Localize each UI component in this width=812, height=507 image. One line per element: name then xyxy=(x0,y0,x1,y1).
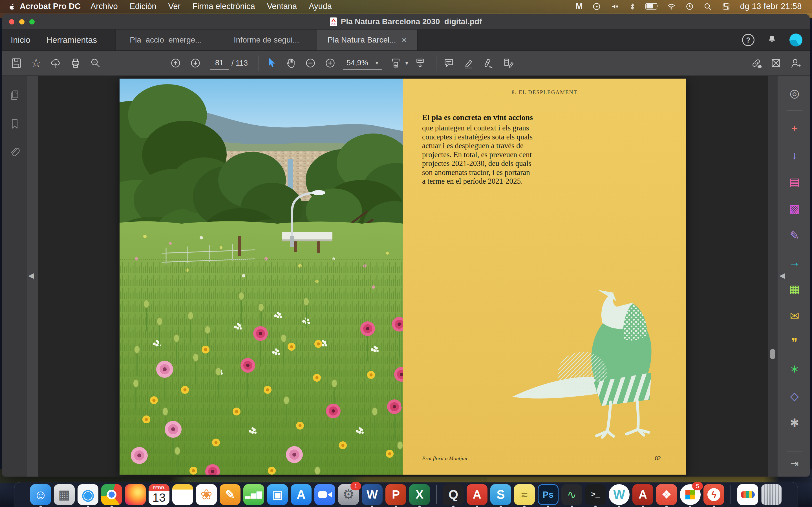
tool-enhance-scans-icon[interactable]: ✶ xyxy=(785,356,804,383)
dock-quicktime[interactable]: Q xyxy=(443,484,464,505)
stickies-icon[interactable]: ≈ xyxy=(514,484,535,505)
dock-numbers[interactable]: ▂▅▇ xyxy=(243,484,264,505)
notes-icon[interactable] xyxy=(172,484,193,505)
search-button[interactable] xyxy=(89,56,102,70)
scrolling-mode-button[interactable] xyxy=(413,56,427,70)
menu-ayuda[interactable]: Ayuda xyxy=(303,2,338,11)
collapse-left-panel-icon[interactable]: ◀ xyxy=(28,271,34,280)
dock-zoom[interactable] xyxy=(314,484,335,505)
fit-width-button[interactable] xyxy=(389,56,403,70)
launchpad-icon[interactable]: ▦ xyxy=(54,484,75,505)
dock-trash[interactable] xyxy=(761,484,782,505)
dock-ms-autoupdate[interactable]: 5 xyxy=(680,484,701,505)
dock-excel[interactable]: X xyxy=(409,484,430,505)
document-canvas[interactable]: 8. EL DESPLEGAMENT El pla es concreta en… xyxy=(38,76,768,476)
dock-powerpoint[interactable]: P xyxy=(386,484,406,505)
zoom-icon[interactable] xyxy=(314,484,335,505)
menu-ventana[interactable]: Ventana xyxy=(261,2,303,11)
writefull-icon[interactable]: W xyxy=(609,484,629,505)
tool-more-tools-icon[interactable]: ✱ xyxy=(785,409,804,436)
tool-export-pdf-icon[interactable]: ↓ xyxy=(785,142,804,168)
edit-pdf-tool-button[interactable] xyxy=(501,56,515,70)
dock-minimized-window[interactable] xyxy=(737,484,758,505)
dock-rd-client[interactable]: ❖ xyxy=(656,484,677,505)
dock-activity-monitor[interactable]: ∿ xyxy=(561,484,582,505)
tool-create-pdf-icon[interactable]: + xyxy=(785,115,804,142)
control-center-icon[interactable] xyxy=(721,2,730,11)
menubar-app-name[interactable]: Acrobat Pro DC xyxy=(20,2,81,11)
tool-zoom-tools-icon[interactable]: ◎ xyxy=(785,80,804,107)
tool-send-for-review-icon[interactable]: → xyxy=(785,249,804,276)
acrobat-icon[interactable]: A xyxy=(467,484,488,505)
zoom-out-button[interactable] xyxy=(304,56,317,70)
vertical-scrollbar[interactable] xyxy=(768,76,777,476)
dock-safari[interactable]: ◉ xyxy=(78,484,98,505)
parallels-icon[interactable]: ϟ xyxy=(703,484,724,505)
menu-ver[interactable]: Ver xyxy=(162,2,187,11)
dock-finder[interactable]: ☺ xyxy=(30,484,51,505)
dock-acrobat-classic[interactable]: A xyxy=(632,484,653,505)
tool-request-signatures-icon[interactable]: ✉ xyxy=(785,302,804,329)
save-button[interactable] xyxy=(10,56,23,70)
dock-parallels[interactable]: ϟ xyxy=(703,484,724,505)
time-machine-icon[interactable] xyxy=(686,2,694,11)
dock-stickies[interactable]: ≈ xyxy=(514,484,535,505)
minimize-window-button[interactable] xyxy=(19,19,24,24)
comment-tool-button[interactable] xyxy=(442,56,456,70)
dock-notes[interactable] xyxy=(172,484,193,505)
firefox-icon[interactable] xyxy=(125,484,146,505)
menu-firma-electr-nica[interactable]: Firma electrónica xyxy=(186,2,261,11)
star-favorite-button[interactable]: ☆ xyxy=(29,56,43,70)
tool-fill-sign-icon[interactable]: ✎ xyxy=(785,222,804,249)
numbers-icon[interactable]: ▂▅▇ xyxy=(243,484,264,505)
word-icon[interactable]: W xyxy=(362,484,383,505)
dock-appstore[interactable]: A xyxy=(291,484,312,505)
photos-icon[interactable]: ❀ xyxy=(196,484,217,505)
keynote-icon[interactable]: ▣ xyxy=(267,484,288,505)
acrobat-classic-icon[interactable]: A xyxy=(632,484,653,505)
nav-herramientas[interactable]: Herramientas xyxy=(46,35,97,45)
left-panel-collapse-strip[interactable]: ◀ xyxy=(27,76,38,476)
excel-icon[interactable]: X xyxy=(409,484,430,505)
attachments-icon[interactable] xyxy=(8,146,21,160)
document-tab-3[interactable]: Pla Natura Barcel...× xyxy=(317,30,417,50)
close-window-button[interactable] xyxy=(9,19,14,24)
share-cloud-button[interactable] xyxy=(49,56,63,70)
expand-tools-panel-icon[interactable]: ◀ xyxy=(779,271,785,280)
print-button[interactable] xyxy=(69,56,82,70)
calendar-icon[interactable]: FEBR.13 xyxy=(149,484,169,505)
tool-scan-ocr-icon[interactable]: ▦ xyxy=(785,276,804,302)
dock-keynote[interactable]: ▣ xyxy=(267,484,288,505)
page-thumbnails-icon[interactable] xyxy=(8,89,21,103)
fit-options-caret[interactable]: ▾ xyxy=(405,60,408,66)
dock-photos[interactable]: ❀ xyxy=(196,484,217,505)
share-email-button[interactable] xyxy=(769,56,783,70)
skype-icon[interactable]: S xyxy=(490,484,511,505)
appstore-icon[interactable]: A xyxy=(291,484,312,505)
minimized-window-icon[interactable] xyxy=(737,484,758,505)
sign-tool-button[interactable] xyxy=(481,56,495,70)
dock-terminal[interactable]: >_ xyxy=(585,484,606,505)
apple-menu-icon[interactable] xyxy=(8,2,16,11)
document-tab-1[interactable]: Pla_accio_emerge... xyxy=(115,30,216,50)
share-link-button[interactable] xyxy=(749,56,763,70)
share-people-button[interactable] xyxy=(789,56,802,70)
wifi-icon[interactable] xyxy=(667,2,676,11)
collapse-tools-icon[interactable]: ⇥ xyxy=(790,458,799,469)
rd-client-icon[interactable]: ❖ xyxy=(656,484,677,505)
hand-tool-button[interactable] xyxy=(284,56,297,70)
document-tab-2[interactable]: Informe de segui... xyxy=(216,30,317,50)
trash-icon[interactable] xyxy=(761,484,782,505)
zoom-in-button[interactable] xyxy=(323,56,337,70)
finder-icon[interactable]: ☺ xyxy=(30,484,51,505)
window-titlebar[interactable]: PDF Pla Natura Barcelona 2030_digital.pd… xyxy=(2,14,810,30)
chrome-icon[interactable] xyxy=(101,484,122,505)
page-number-input[interactable]: 81 xyxy=(210,56,229,70)
quicktime-icon[interactable]: Q xyxy=(443,484,464,505)
dock-settings[interactable]: ⚙1 xyxy=(338,484,359,505)
activity-monitor-icon[interactable]: ∿ xyxy=(561,484,582,505)
user-avatar[interactable] xyxy=(790,34,802,47)
highlight-tool-button[interactable] xyxy=(462,56,475,70)
dock-word[interactable]: W xyxy=(362,484,383,505)
tool-redact-icon[interactable]: ▩ xyxy=(785,195,804,222)
